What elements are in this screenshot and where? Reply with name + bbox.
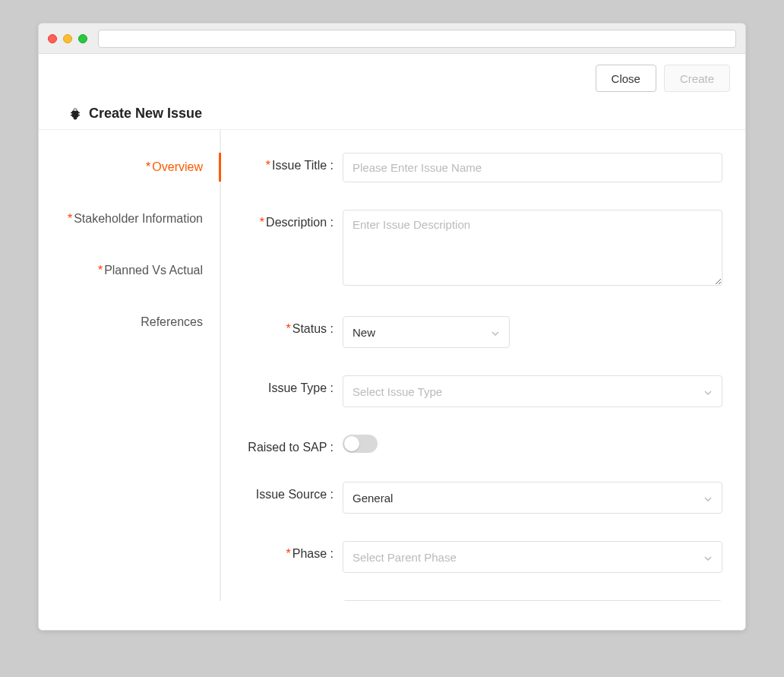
- issue-source-value: General: [352, 492, 393, 505]
- issue-title-label: *Issue Title :: [229, 153, 343, 172]
- status-value: New: [352, 326, 375, 339]
- raised-to-sap-toggle[interactable]: [343, 435, 378, 453]
- url-bar[interactable]: [98, 30, 736, 48]
- work-package-select[interactable]: Select Parent Work Package: [343, 600, 722, 601]
- issue-title-input[interactable]: [343, 153, 722, 182]
- phase-select[interactable]: Select Parent Phase: [343, 541, 722, 573]
- issue-source-label: Issue Source :: [229, 482, 343, 501]
- phase-placeholder: Select Parent Phase: [352, 551, 457, 564]
- required-asterisk: *: [146, 160, 150, 173]
- status-label: *Status :: [229, 316, 343, 336]
- issue-type-label: Issue Type :: [229, 375, 343, 395]
- browser-chrome: [39, 24, 745, 54]
- close-button[interactable]: Close: [596, 65, 656, 92]
- page-content: Close Create Create New Issue *Overview …: [39, 54, 745, 630]
- required-asterisk: *: [68, 212, 72, 225]
- description-label: *Description :: [229, 210, 343, 229]
- create-button: Create: [664, 65, 730, 92]
- window-zoom-icon[interactable]: [78, 34, 87, 43]
- sidebar-item-label: References: [141, 315, 203, 328]
- issue-source-select[interactable]: General: [343, 482, 722, 514]
- window-close-icon[interactable]: [48, 34, 57, 43]
- action-toolbar: Close Create: [39, 54, 745, 98]
- sidebar-item-references[interactable]: References: [39, 308, 220, 337]
- chevron-down-icon: [703, 552, 713, 562]
- page-title: Create New Issue: [89, 106, 202, 122]
- issue-type-select[interactable]: Select Issue Type: [343, 375, 722, 407]
- work-package-label: *Work Package :: [229, 600, 343, 601]
- description-textarea[interactable]: [343, 210, 722, 286]
- sidebar: *Overview *Stakeholder Information *Plan…: [39, 130, 221, 601]
- raised-to-sap-label: Raised to SAP :: [229, 435, 343, 454]
- status-select[interactable]: New: [343, 316, 510, 348]
- sidebar-item-overview[interactable]: *Overview: [39, 153, 220, 182]
- window-controls: [48, 34, 87, 43]
- bug-icon: [68, 106, 83, 122]
- required-asterisk: *: [98, 264, 103, 277]
- browser-window: Close Create Create New Issue *Overview …: [38, 23, 746, 631]
- sidebar-item-label: Planned Vs Actual: [104, 264, 203, 277]
- sidebar-item-planned-vs-actual[interactable]: *Planned Vs Actual: [39, 256, 220, 285]
- section-header: Create New Issue: [39, 98, 745, 130]
- sidebar-item-label: Stakeholder Information: [74, 212, 203, 225]
- sidebar-item-label: Overview: [152, 160, 203, 173]
- chevron-down-icon: [703, 493, 713, 502]
- form-overview: *Issue Title : *Description : *Status :: [221, 130, 745, 601]
- issue-type-placeholder: Select Issue Type: [352, 385, 442, 398]
- phase-label: *Phase :: [229, 541, 343, 561]
- sidebar-item-stakeholder-information[interactable]: *Stakeholder Information: [39, 204, 220, 233]
- toggle-knob: [344, 436, 359, 451]
- chevron-down-icon: [703, 387, 713, 396]
- chevron-down-icon: [491, 327, 500, 337]
- window-minimize-icon[interactable]: [63, 34, 72, 43]
